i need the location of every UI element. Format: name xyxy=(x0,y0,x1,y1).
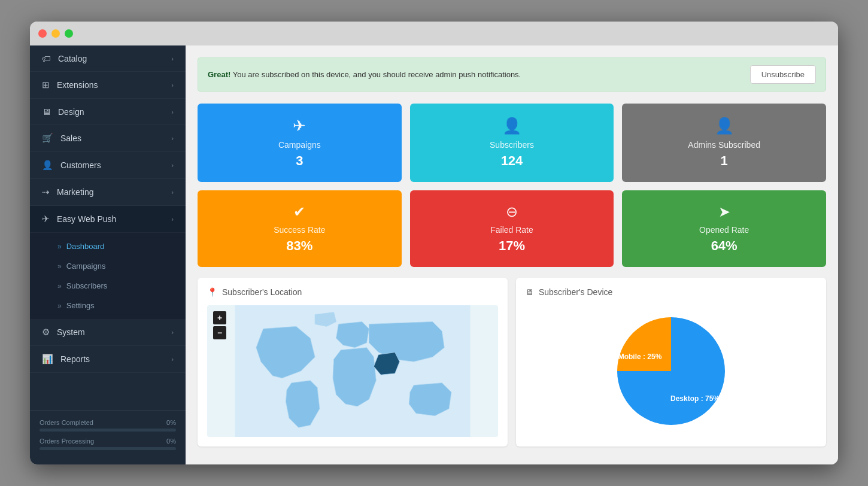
alert-text: Great! You are subscribed on this device… xyxy=(208,70,521,79)
subscribers-stat-label: Subscribers xyxy=(490,140,534,150)
sidebar-label-design: Design xyxy=(58,107,84,117)
opened-stat-label: Opened Rate xyxy=(699,225,749,235)
admins-stat-value: 1 xyxy=(721,153,728,169)
chevron-icon: › xyxy=(171,81,174,89)
subitem-label-settings: Settings xyxy=(66,301,95,310)
zoom-out-button[interactable]: − xyxy=(213,326,226,339)
subitem-label-subscribers: Subscribers xyxy=(66,281,108,290)
extensions-icon: ⊞ xyxy=(42,80,50,90)
stat-card-admins[interactable]: 👤 Admins Subscribed 1 xyxy=(622,104,826,182)
stat-card-success[interactable]: ✔ Success Rate 83% xyxy=(198,190,402,267)
stat-card-opened[interactable]: ➤ Opened Rate 64% xyxy=(622,190,826,267)
close-button[interactable] xyxy=(38,29,47,38)
alert-prefix: Great! xyxy=(208,70,230,79)
chevron-icon: › xyxy=(171,329,174,336)
alert-message: You are subscribed on this device, and y… xyxy=(233,70,521,79)
unsubscribe-button[interactable]: Unsubscribe xyxy=(750,65,816,84)
sidebar-subitem-campaigns[interactable]: Campaigns xyxy=(30,256,186,276)
chevron-icon: › xyxy=(171,356,174,363)
sidebar-footer: Orders Completed 0% Orders Processing 0% xyxy=(30,410,186,464)
catalog-icon: 🏷 xyxy=(42,53,51,63)
design-icon: 🖥 xyxy=(42,107,51,117)
marketing-icon: ⇢ xyxy=(42,187,50,198)
sidebar-submenu: Dashboard Campaigns Subscribers Settings xyxy=(30,233,186,319)
system-icon: ⚙ xyxy=(42,327,50,338)
sales-icon: 🛒 xyxy=(42,133,53,144)
chevron-icon: › xyxy=(171,108,174,116)
campaigns-stat-value: 3 xyxy=(296,153,303,169)
opened-stat-value: 64% xyxy=(711,238,738,254)
stats-grid: ✈ Campaigns 3 👤 Subscribers 124 👤 Admins… xyxy=(198,104,826,267)
minimize-button[interactable] xyxy=(51,29,60,38)
reports-icon: 📊 xyxy=(42,354,53,364)
progress-label-completed: Orders Completed xyxy=(40,419,93,426)
sidebar-label-catalog: Catalog xyxy=(58,54,87,63)
sidebar-label-extensions: Extensions xyxy=(57,80,98,90)
success-stat-icon: ✔ xyxy=(293,203,305,220)
device-card: 🖥 Subscriber's Device xyxy=(516,278,826,446)
failed-stat-label: Failed Rate xyxy=(490,225,533,235)
sidebar-subitem-settings[interactable]: Settings xyxy=(30,296,186,315)
sidebar-item-catalog[interactable]: 🏷 Catalog › xyxy=(30,45,186,72)
sidebar-label-system: System xyxy=(57,327,85,337)
stat-card-subscribers[interactable]: 👤 Subscribers 124 xyxy=(410,104,614,182)
titlebar xyxy=(30,22,838,45)
svg-text:Desktop : 75%: Desktop : 75% xyxy=(670,394,720,403)
sidebar-subitem-dashboard[interactable]: Dashboard xyxy=(30,236,186,256)
failed-stat-icon: ⊖ xyxy=(506,203,518,220)
zoom-in-button[interactable]: + xyxy=(213,311,226,324)
campaigns-stat-label: Campaigns xyxy=(278,140,321,150)
device-title: 🖥 Subscriber's Device xyxy=(526,287,817,297)
main-content: Great! You are subscribed on this device… xyxy=(186,45,838,464)
svg-text:Mobile : 25%: Mobile : 25% xyxy=(618,353,662,361)
sidebar-item-marketing[interactable]: ⇢ Marketing › xyxy=(30,179,186,206)
chevron-icon: › xyxy=(171,189,174,196)
sidebar-label-reports: Reports xyxy=(60,354,90,364)
chevron-icon: › xyxy=(171,55,174,62)
sidebar-item-easy-web-push[interactable]: ✈ Easy Web Push › xyxy=(30,206,186,233)
sidebar-subitem-subscribers[interactable]: Subscribers xyxy=(30,276,186,296)
bottom-grid: 📍 Subscriber's Location + − xyxy=(198,278,826,446)
sidebar-item-design[interactable]: 🖥 Design › xyxy=(30,99,186,125)
sidebar-item-customers[interactable]: 👤 Customers › xyxy=(30,152,186,179)
chevron-icon: › xyxy=(171,215,174,223)
progress-value-completed: 0% xyxy=(166,419,176,426)
sidebar-label-easy-web-push: Easy Web Push xyxy=(57,214,116,224)
failed-stat-value: 17% xyxy=(499,238,525,254)
subscribers-stat-icon: 👤 xyxy=(502,117,521,135)
admins-stat-label: Admins Subscribed xyxy=(688,140,760,150)
customers-icon: 👤 xyxy=(42,160,53,171)
location-card: 📍 Subscriber's Location + − xyxy=(198,278,508,446)
world-map-svg xyxy=(207,305,498,437)
map-controls: + − xyxy=(213,311,226,339)
sidebar-item-system[interactable]: ⚙ System › xyxy=(30,319,186,346)
subscribers-stat-value: 124 xyxy=(501,153,523,169)
subitem-label-campaigns: Campaigns xyxy=(66,262,106,271)
sidebar: 🏷 Catalog › ⊞ Extensions › 🖥 Design › xyxy=(30,45,186,464)
sidebar-item-reports[interactable]: 📊 Reports › xyxy=(30,346,186,373)
location-pin-icon: 📍 xyxy=(207,287,217,297)
stat-card-campaigns[interactable]: ✈ Campaigns 3 xyxy=(198,104,402,182)
success-stat-value: 83% xyxy=(286,238,312,254)
location-title: 📍 Subscriber's Location xyxy=(207,287,498,297)
sidebar-item-extensions[interactable]: ⊞ Extensions › xyxy=(30,72,186,99)
stat-card-failed[interactable]: ⊖ Failed Rate 17% xyxy=(410,190,614,267)
sidebar-item-sales[interactable]: 🛒 Sales › xyxy=(30,125,186,152)
chevron-icon: › xyxy=(171,135,174,142)
easy-web-push-icon: ✈ xyxy=(42,214,50,224)
alert-bar: Great! You are subscribed on this device… xyxy=(198,57,826,92)
progress-item-processing: Orders Processing 0% xyxy=(40,438,176,450)
sidebar-label-marketing: Marketing xyxy=(57,187,93,197)
subitem-label-dashboard: Dashboard xyxy=(66,242,105,251)
maximize-button[interactable] xyxy=(65,29,73,38)
map-container: + − xyxy=(207,305,498,437)
device-icon: 🖥 xyxy=(526,287,534,297)
app-window: 🏷 Catalog › ⊞ Extensions › 🖥 Design › xyxy=(30,22,838,464)
progress-value-processing: 0% xyxy=(166,438,176,445)
progress-item-completed: Orders Completed 0% xyxy=(40,419,176,432)
campaigns-stat-icon: ✈ xyxy=(293,117,306,135)
pie-chart-container: Mobile : 25% Desktop : 75% xyxy=(526,305,817,437)
main-layout: 🏷 Catalog › ⊞ Extensions › 🖥 Design › xyxy=(30,45,838,464)
pie-chart: Mobile : 25% Desktop : 75% xyxy=(599,305,743,437)
progress-label-processing: Orders Processing xyxy=(40,438,94,445)
